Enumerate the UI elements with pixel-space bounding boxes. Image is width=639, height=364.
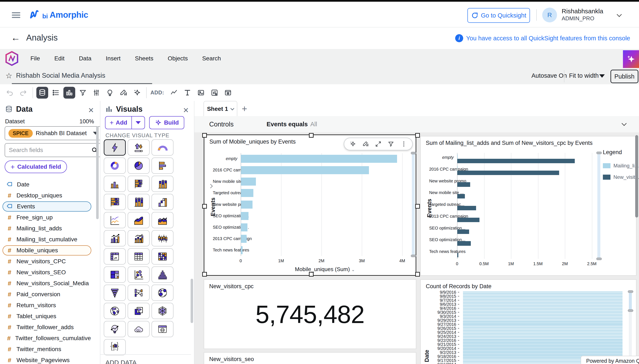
bar[interactable] xyxy=(457,230,469,234)
add-sheet-button[interactable]: + xyxy=(242,104,247,114)
field-item-desktop_uniques[interactable]: #Desktop_uniques xyxy=(3,190,91,200)
visual-type-word-cloud-icon[interactable] xyxy=(128,321,150,337)
field-item-paid_conversion[interactable]: #Paid_conversion xyxy=(3,289,91,300)
edit-visual-icon[interactable] xyxy=(362,140,369,147)
publish-button[interactable]: Publish xyxy=(610,70,638,83)
bar[interactable] xyxy=(457,253,458,258)
visual-type-combo-stacked-icon[interactable] xyxy=(128,230,150,246)
bar[interactable] xyxy=(457,241,471,246)
visual-type-treemap-icon[interactable] xyxy=(104,266,126,283)
x-axis-title[interactable]: Mobile_uniques (Sum) ⌄ xyxy=(295,266,355,272)
visual-type-box-plot-icon[interactable] xyxy=(152,230,173,246)
visual-type-line-icon[interactable] xyxy=(104,212,126,228)
image-icon[interactable] xyxy=(195,87,207,98)
field-item-mailing_list_cumulative[interactable]: #Mailing_list_cumulative xyxy=(3,234,91,244)
visual-type-stacked-100-horizontal-icon[interactable] xyxy=(104,194,126,210)
visual-type-points-on-map-icon[interactable] xyxy=(152,284,173,301)
parameters-icon[interactable] xyxy=(90,87,102,98)
visual-new-visitors-cpc-kpi[interactable]: New_visitors_cpc 5,745,482 xyxy=(204,279,416,349)
bar[interactable] xyxy=(241,200,252,208)
selection-handle[interactable] xyxy=(415,272,420,276)
undo-icon[interactable] xyxy=(4,87,16,98)
bar[interactable] xyxy=(241,155,397,163)
redo-icon[interactable] xyxy=(17,87,29,98)
bar[interactable] xyxy=(241,189,253,197)
amazon-q-button[interactable] xyxy=(623,50,639,68)
chart-scrollbar-handle[interactable] xyxy=(628,309,633,312)
insert-visual-icon[interactable] xyxy=(209,87,220,98)
field-item-new_visitors_cpc[interactable]: #New_visitors_CPC xyxy=(3,256,91,266)
field-item-twitter_follower_adds[interactable]: #Twitter_follower_adds xyxy=(3,322,91,332)
menu-item-objects[interactable]: Objects xyxy=(161,49,195,68)
bar[interactable] xyxy=(241,212,248,220)
sheet-tab[interactable]: Sheet 1 xyxy=(203,101,237,116)
selection-handle[interactable] xyxy=(415,204,420,208)
field-item-mailing_list_adds[interactable]: #Mailing_list_adds xyxy=(3,224,91,234)
bar[interactable] xyxy=(457,206,476,210)
filter-icon[interactable] xyxy=(77,87,89,98)
field-item-date[interactable]: Date xyxy=(3,180,91,190)
build-button[interactable]: Build xyxy=(149,116,184,129)
back-arrow-icon[interactable]: ← xyxy=(11,33,20,42)
bar[interactable] xyxy=(241,246,243,254)
canvas-scrollbar[interactable] xyxy=(635,135,638,218)
field-item-mobile_uniques[interactable]: #Mobile_uniques xyxy=(3,245,91,256)
go-to-quicksight-button[interactable]: Go to Quicksight xyxy=(467,8,530,23)
visual-type-area-icon[interactable] xyxy=(128,212,150,228)
visual-records-by-date[interactable]: Count of Records by Date Date 9/9/20169/… xyxy=(420,279,636,364)
expand-icon[interactable] xyxy=(375,140,382,147)
field-item-new_visitors_seo[interactable]: #New_visitors_SEO xyxy=(3,267,91,278)
visuals-panel-scrollbar[interactable] xyxy=(191,279,193,323)
calculated-field-button[interactable]: + Calculated field xyxy=(5,160,67,173)
visual-type-stacked-bar-vertical-icon[interactable] xyxy=(152,176,173,192)
legend-item[interactable]: New_visit... xyxy=(603,174,634,180)
menu-item-search[interactable]: Search xyxy=(195,49,228,68)
chart-scrollbar-track[interactable] xyxy=(629,292,632,364)
visual-type-stacked-100-vertical-icon[interactable] xyxy=(128,194,150,210)
bar[interactable] xyxy=(241,178,256,186)
menu-item-edit[interactable]: Edit xyxy=(47,49,72,68)
analysis-name[interactable]: Rishabh Social Media Analysis xyxy=(16,72,105,80)
data-panel-scrollbar[interactable] xyxy=(96,126,99,219)
visual-type-kpi-icon[interactable] xyxy=(128,139,150,156)
selection-handle[interactable] xyxy=(202,204,207,208)
field-item-website_pageviews[interactable]: #Website_Pageviews xyxy=(3,355,91,364)
visual-mailing-cpc-by-events[interactable]: Sum of Mailing_list_adds and Sum of New_… xyxy=(420,136,636,276)
fit-to-width-caret-icon[interactable] xyxy=(599,74,605,78)
bar[interactable] xyxy=(457,159,575,163)
text-icon[interactable] xyxy=(181,87,193,98)
bar[interactable] xyxy=(457,218,479,222)
visual-type-insights-icon[interactable] xyxy=(104,321,126,337)
axis-collapse-chevron-icon[interactable] xyxy=(208,184,213,188)
bar[interactable] xyxy=(241,224,247,232)
search-fields-input[interactable] xyxy=(9,146,91,154)
embed-icon[interactable] xyxy=(222,87,234,98)
line-icon[interactable] xyxy=(168,87,180,98)
dataset-icon[interactable] xyxy=(36,87,48,98)
visual-type-narrative-icon[interactable] xyxy=(104,339,126,355)
visual-mobile-uniques-by-events[interactable]: Sum of Mobile_uniques by Events 01M2M3M4… xyxy=(204,134,416,276)
visual-type-pivot-table-icon[interactable] xyxy=(104,248,126,264)
close-visuals-panel-icon[interactable]: ✕ xyxy=(183,106,189,114)
selection-handle[interactable] xyxy=(202,133,207,138)
visual-type-waterfall-icon[interactable] xyxy=(152,194,173,210)
dataset-select[interactable]: SPICE Rishabh BI Dataset xyxy=(5,126,100,140)
chart-scrollbar-handle[interactable] xyxy=(411,255,416,257)
bar[interactable] xyxy=(241,235,247,243)
visual-type-sankey-icon[interactable] xyxy=(128,284,150,301)
kebab-menu-icon[interactable] xyxy=(400,140,407,147)
visual-type-heatmap-icon[interactable] xyxy=(152,248,173,264)
selection-handle[interactable] xyxy=(309,133,313,138)
visual-type-table-icon[interactable] xyxy=(128,248,150,264)
visual-type-scatter-icon[interactable] xyxy=(128,266,150,283)
visual-type-auto-icon[interactable] xyxy=(104,139,126,156)
field-list-icon[interactable] xyxy=(50,87,62,98)
visual-type-stacked-bar-horizontal-icon[interactable] xyxy=(128,176,150,192)
build-sparkle-icon[interactable] xyxy=(131,87,143,98)
field-item-new_visitors_social_media[interactable]: #New_visitors_Social_Media xyxy=(3,278,91,288)
bar[interactable] xyxy=(457,154,458,159)
field-item-twitter_mentions[interactable]: #Twitter_mentions xyxy=(3,344,91,354)
bar[interactable] xyxy=(457,194,465,198)
autosave-toggle[interactable]: Autosave On xyxy=(531,72,567,79)
bar[interactable] xyxy=(457,182,470,187)
